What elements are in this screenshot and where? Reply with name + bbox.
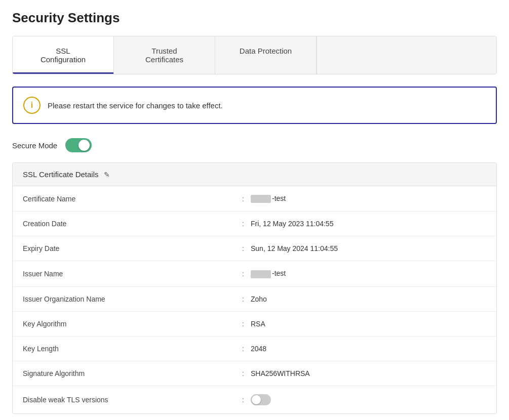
colon: :: [236, 195, 251, 203]
ssl-card-header: SSL Certificate Details ✎: [13, 163, 496, 186]
secure-mode-label: Secure Mode: [12, 141, 57, 150]
field-label-creation-date: Creation Date: [23, 220, 236, 228]
table-row: Disable weak TLS versions :: [13, 386, 496, 413]
field-label-issuer-name: Issuer Name: [23, 270, 236, 278]
disable-weak-tls-toggle[interactable]: [251, 394, 271, 405]
colon: :: [236, 396, 251, 404]
field-label-key-algorithm: Key Algorithm: [23, 320, 236, 328]
table-row: Issuer Organization Name : Zoho: [13, 287, 496, 312]
edit-icon[interactable]: ✎: [104, 171, 110, 179]
info-message: Please restart the service for changes t…: [48, 101, 223, 110]
tabs-container: SSLConfiguration TrustedCertificates Dat…: [12, 36, 497, 74]
secure-mode-toggle[interactable]: [65, 138, 92, 152]
field-value-key-length: 2048: [251, 345, 266, 353]
field-label-disable-weak-tls: Disable weak TLS versions: [23, 396, 236, 404]
table-row: Key Algorithm : RSA: [13, 312, 496, 337]
tab-ssl[interactable]: SSLConfiguration: [13, 36, 114, 74]
field-label-expiry-date: Expiry Date: [23, 244, 236, 253]
table-row: Certificate Name : -test: [13, 186, 496, 212]
colon: :: [236, 270, 251, 278]
tab-spacer: [317, 36, 496, 74]
table-row: Key Length : 2048: [13, 337, 496, 361]
field-value-expiry-date: Sun, 12 May 2024 11:04:55: [251, 244, 338, 253]
field-value-creation-date: Fri, 12 May 2023 11:04:55: [251, 220, 333, 228]
info-icon: i: [23, 97, 41, 114]
info-banner: i Please restart the service for changes…: [12, 87, 497, 124]
colon: :: [236, 220, 251, 228]
colon: :: [236, 345, 251, 353]
field-label-key-length: Key Length: [23, 345, 236, 353]
ssl-card: SSL Certificate Details ✎ Certificate Na…: [12, 162, 497, 414]
field-value-certificate-name: -test: [251, 194, 286, 203]
field-value-signature-algorithm: SHA256WITHRSA: [251, 369, 310, 377]
colon: :: [236, 320, 251, 328]
field-label-issuer-org: Issuer Organization Name: [23, 295, 236, 303]
table-row: Signature Algorithm : SHA256WITHRSA: [13, 361, 496, 386]
colon: :: [236, 369, 251, 377]
redacted-block: [251, 270, 271, 278]
table-row: Creation Date : Fri, 12 May 2023 11:04:5…: [13, 212, 496, 236]
table-row: Issuer Name : -test: [13, 261, 496, 286]
colon: :: [236, 295, 251, 303]
field-value-issuer-name: -test: [251, 269, 286, 278]
field-value-disable-weak-tls: [251, 394, 271, 405]
tab-trusted-certificates[interactable]: TrustedCertificates: [114, 36, 215, 74]
field-value-issuer-org: Zoho: [251, 295, 267, 303]
field-label-signature-algorithm: Signature Algorithm: [23, 369, 236, 377]
tab-data-protection[interactable]: Data Protection: [215, 36, 317, 74]
secure-mode-row: Secure Mode: [12, 138, 497, 152]
colon: :: [236, 244, 251, 253]
field-value-key-algorithm: RSA: [251, 320, 265, 328]
redacted-block: [251, 195, 271, 203]
ssl-card-title: SSL Certificate Details: [23, 170, 99, 179]
table-row: Expiry Date : Sun, 12 May 2024 11:04:55: [13, 236, 496, 261]
field-label-certificate-name: Certificate Name: [23, 195, 236, 203]
page-title: Security Settings: [12, 10, 497, 26]
